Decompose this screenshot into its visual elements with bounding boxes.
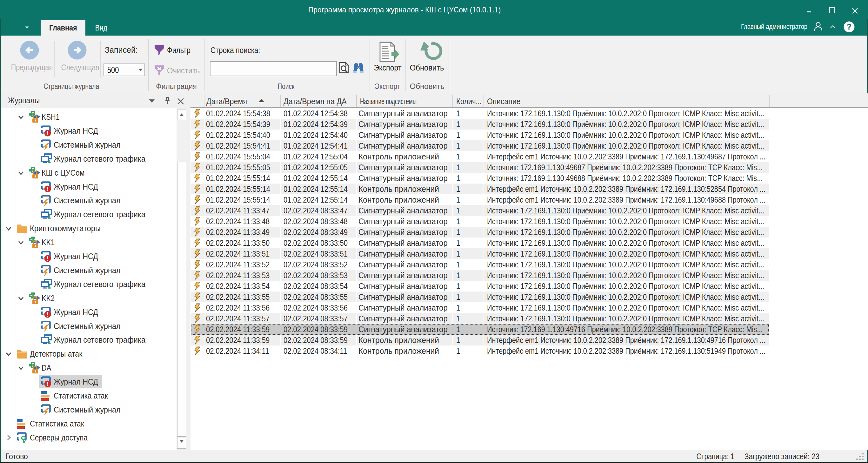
svg-text:?: ? [847,22,851,31]
